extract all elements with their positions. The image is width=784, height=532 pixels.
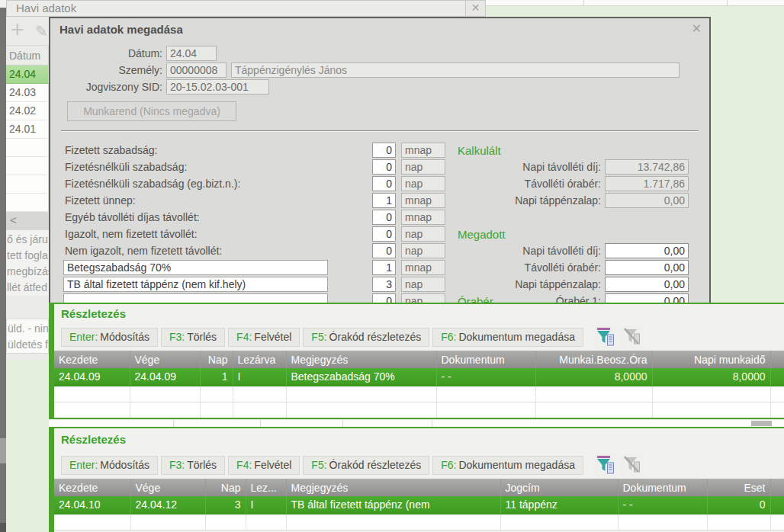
absence-days-input[interactable] [372,277,396,292]
absence-label: Fizetésnélküli szabadság (eg.bizt.n.): [65,176,240,192]
kalkulalt-row-label: Napi táppénzalap: [458,193,601,209]
col-nap[interactable]: Nap [205,479,246,496]
date-row[interactable]: 24.02 [6,102,49,120]
absence-unit-field[interactable] [401,159,445,175]
divider [342,420,343,427]
table-row-empty[interactable] [54,402,784,418]
megadott-value-input[interactable] [605,260,689,275]
absence-unit-field[interactable] [401,193,445,208]
date-row-empty[interactable] [6,175,49,194]
edit-pencil-icon[interactable]: ✎ [35,22,48,40]
date-row-empty[interactable] [6,194,49,212]
megadott-row-label: Napi táppénzalap: [458,277,601,293]
col-munkai-beosz-ora[interactable]: Munkai.Beosz.Óra [535,351,652,368]
jogviszony-sid-label: Jogviszony SID: [50,79,162,95]
close-icon[interactable]: ✕ [465,1,485,16]
table-row-selected[interactable]: 24.04.10 24.04.12 3 I TB által fizetett … [54,496,784,514]
shortcut-key: F4: [236,331,252,343]
panel-toolbar: Enter:Módosítás F3:Törlés F4:Felvétel F5… [61,453,643,476]
col-napi-munkaido[interactable]: Napi munkaidő [652,351,770,368]
col-jogcim[interactable]: Jogcím [500,479,618,496]
horizontal-scrollbar[interactable] [49,420,784,427]
col-megjegyzes[interactable]: Megjegyzés [286,479,500,496]
cell-dokumentum: - - [436,368,535,386]
add-button[interactable]: F4:Felvétel [228,456,300,475]
close-icon[interactable]: ✕ [692,21,702,36]
absence-unit-field[interactable] [401,243,445,258]
filter-icon[interactable] [594,325,617,348]
document-button[interactable]: F6:Dokumentum megadása [432,456,583,475]
date-row[interactable]: 24.03 [6,84,49,102]
date-row[interactable]: 24.01 [6,120,49,139]
shortcut-key: F6: [441,459,456,471]
scrollbar-thumb[interactable] [751,421,772,426]
table-row-empty[interactable] [54,514,784,530]
absence-label: Egyéb távolléti díjas távollét: [65,210,200,226]
munkarend-button[interactable]: Munkarend (Nincs megadva) [67,101,236,121]
megadott-value-input[interactable] [605,277,689,292]
absence-unit-field[interactable] [401,226,445,242]
col-dokumentum[interactable]: Dokumentum [436,351,535,368]
szemely-name-field[interactable] [231,62,680,78]
absence-days-input[interactable] [372,176,396,191]
kalkulalt-value-field [605,159,689,175]
col-lezarva[interactable]: Lez... [246,479,286,496]
absence-unit-field[interactable] [401,260,445,275]
modify-button[interactable]: Enter:Módosítás [61,456,158,475]
document-button[interactable]: F6:Dokumentum megadása [432,328,583,347]
scrollbar-thumb[interactable] [0,438,6,463]
date-row-empty[interactable] [6,139,49,157]
col-nap[interactable]: Nap [200,351,233,368]
delete-button[interactable]: F3:Törlés [161,456,225,475]
absence-unit-field[interactable] [401,277,445,292]
absence-unit-field[interactable] [401,210,445,225]
divider [173,420,174,427]
absence-days-input[interactable] [372,260,396,275]
absence-label: Fizetésnélküli szabadság: [65,159,187,175]
collapse-chevron-icon[interactable]: < [6,212,49,230]
table-row-selected[interactable]: 24.04.09 24.04.09 1 I Betegszabadság 70%… [54,368,784,386]
col-eset[interactable]: Eset [707,479,770,496]
clipped-text-line: tett fogla [7,248,49,264]
absence-type-input[interactable] [63,277,328,292]
delete-button[interactable]: F3:Törlés [161,328,225,347]
col-dokumentum[interactable]: Dokumentum [618,479,707,496]
absence-days-input[interactable] [372,210,396,225]
absence-days-input[interactable] [372,159,396,175]
left-scrollbar-rail[interactable] [0,0,6,532]
col-kezdete[interactable]: Kezdete [54,351,130,368]
rail-cap [0,0,6,8]
megadott-value-input[interactable] [605,243,689,258]
absence-label: Igazolt, nem fizetett távollét: [65,226,198,242]
absence-days-input[interactable] [372,193,396,208]
modify-button[interactable]: Enter:Módosítás [61,328,158,347]
absence-type-input[interactable] [63,260,328,275]
szemely-id-field[interactable] [166,62,227,78]
absence-days-input[interactable] [372,143,396,158]
clipped-text-line: ő és járu [7,232,49,248]
table-row-empty[interactable] [54,386,784,402]
date-row-empty[interactable] [6,157,49,175]
button-label: Felvétel [254,331,291,343]
col-lezarva[interactable]: Lezárva [233,351,286,368]
col-vege[interactable]: Vége [130,351,200,368]
datum-field[interactable] [166,46,217,61]
button-label: Órakód részletezés [329,459,422,471]
absence-days-input[interactable] [372,243,396,258]
col-kezdete[interactable]: Kezdete [54,479,130,496]
filter-icon[interactable] [594,453,617,476]
absence-days-input[interactable] [372,226,396,242]
hourcode-detail-button[interactable]: F5:Órakód részletezés [303,456,429,475]
jogviszony-sid-field[interactable] [166,79,269,95]
col-vege[interactable]: Vége [130,479,205,496]
cell-megjegyzes: TB által fizetett táppénz (nem [286,496,500,514]
hourcode-detail-button[interactable]: F5:Órakód részletezés [303,328,429,347]
absence-unit-field[interactable] [401,143,445,158]
absence-unit-field[interactable] [401,176,445,191]
add-button[interactable]: F4:Felvétel [228,328,300,347]
cell-lezarva: I [233,368,286,386]
add-icon[interactable]: + [11,17,24,43]
date-row-selected[interactable]: 24.04 [6,66,49,84]
absence-row: Fizetésnélküli szabadság (eg.bizt.n.): T… [50,176,709,193]
col-megjegyzes[interactable]: Megjegyzés [286,351,436,368]
